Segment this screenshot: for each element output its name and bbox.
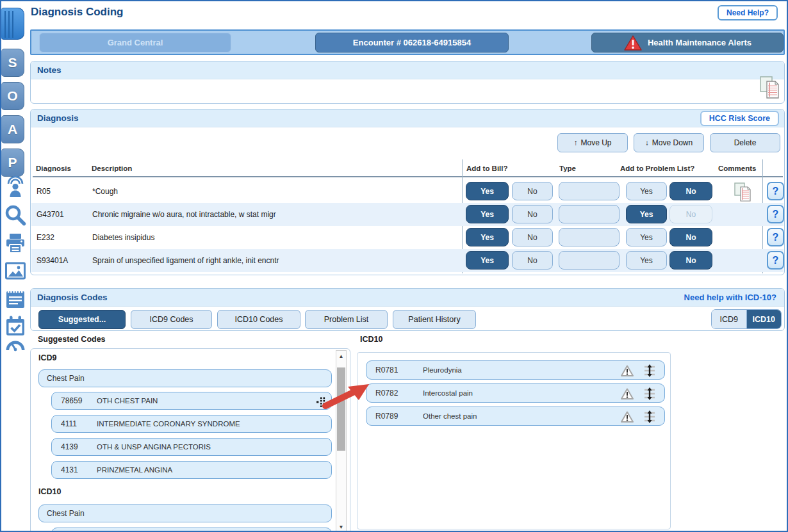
icd10-result-item[interactable]: R0789 Other chest pain <box>366 407 665 426</box>
diagnosis-codes-section: Diagnosis Codes Need help with ICD-10? S… <box>30 288 785 331</box>
drag-move-cursor-icon <box>316 397 326 409</box>
delete-button[interactable]: Delete <box>710 133 780 152</box>
code: 4139 <box>52 442 89 451</box>
reorder-icon[interactable] <box>643 387 657 402</box>
page-title: Diagnosis Coding <box>31 6 124 19</box>
diagnosis-codes-title: Diagnosis Codes <box>37 293 108 302</box>
print-icon[interactable] <box>3 231 28 255</box>
tab-problem-list[interactable]: Problem List <box>305 310 388 329</box>
add-to-bill-no-button[interactable]: No <box>512 251 553 270</box>
scrollbar-thumb[interactable] <box>337 367 345 451</box>
notes-header: Notes <box>31 61 784 79</box>
tab-icd9-codes[interactable]: ICD9 Codes <box>131 310 212 329</box>
search-icon[interactable] <box>3 203 28 227</box>
images-icon[interactable] <box>3 259 28 283</box>
add-to-bill-no-button[interactable]: No <box>512 182 553 200</box>
alert-triangle-icon <box>623 35 643 51</box>
add-to-bill-yes-button[interactable]: Yes <box>466 228 509 246</box>
row-help-button[interactable]: ? <box>767 228 784 246</box>
hcc-risk-score-button[interactable]: HCC Risk Score <box>700 111 779 126</box>
tab-patient-history[interactable]: Patient History <box>393 310 476 329</box>
need-help-button[interactable]: Need Help? <box>718 5 778 20</box>
add-to-bill-no-button[interactable]: No <box>512 205 553 223</box>
move-up-button[interactable]: ↑ Move Up <box>557 133 628 152</box>
reorder-icon[interactable] <box>643 410 657 425</box>
icd10-result-item[interactable]: R0782 Intercostal pain <box>366 383 665 403</box>
diagnosis-coding-page: S O A P <box>0 0 788 532</box>
type-field[interactable] <box>559 228 620 246</box>
icd10-result-item[interactable]: R0781 Pleurodynia <box>366 360 665 380</box>
sidebar-tab-plan[interactable]: P <box>1 149 24 177</box>
sidebar-tab-objective[interactable]: O <box>1 82 24 110</box>
add-to-bill-no-button[interactable]: No <box>512 228 553 246</box>
code-description: OTH & UNSP ANGINA PECTORIS <box>89 443 211 451</box>
sidebar-tab-assessment[interactable]: A <box>1 115 24 143</box>
icd10-panel-label: ICD10 <box>360 335 382 344</box>
icd9-category-chip[interactable]: Chest Pain <box>38 369 332 387</box>
notes-title: Notes <box>37 65 62 75</box>
row-help-button[interactable]: ? <box>767 182 784 200</box>
suggested-codes-label: Suggested Codes <box>38 335 106 344</box>
code-description: INTERMEDIATE CORONARY SYNDROME <box>89 420 240 428</box>
add-to-bill-yes-button[interactable]: Yes <box>466 205 509 223</box>
encounter-tabbar: Grand Central Encounter # 062618-6491585… <box>30 29 785 55</box>
toggle-icd10[interactable]: ICD10 <box>747 310 782 328</box>
warning-triangle-icon[interactable] <box>621 411 634 425</box>
problem-list-yes-button[interactable]: Yes <box>626 228 667 246</box>
code: 4111 <box>52 419 89 428</box>
toggle-icd9[interactable]: ICD9 <box>712 310 747 328</box>
reorder-icon[interactable] <box>643 364 657 379</box>
menu-tab-icon[interactable] <box>1 8 24 40</box>
sidebar-tab-subjective[interactable]: S <box>1 49 24 77</box>
diagnosis-code: E232 <box>37 233 54 242</box>
icd10-results-panel: R0781 Pleurodynia R <box>357 352 671 529</box>
type-field[interactable] <box>559 205 620 223</box>
comment-note-icon[interactable] <box>734 182 753 205</box>
code: 78659 <box>52 396 89 405</box>
problem-list-no-button: No <box>669 205 712 223</box>
dashboard-icon[interactable] <box>3 332 28 356</box>
tab-encounter[interactable]: Encounter # 062618-64915854 <box>315 33 509 52</box>
tab-suggested[interactable]: Suggested... <box>38 310 126 329</box>
suggested-code-item-partial[interactable] <box>51 528 332 532</box>
row-help-button[interactable]: ? <box>767 205 784 223</box>
icd10-help-link[interactable]: Need help with ICD-10? <box>684 293 776 302</box>
add-to-bill-yes-button[interactable]: Yes <box>466 182 509 200</box>
tab-health-maintenance-alerts[interactable]: Health Maintenance Alerts <box>591 33 784 52</box>
tab-grand-central[interactable]: Grand Central <box>39 33 231 52</box>
notes-icon[interactable] <box>3 286 28 310</box>
notes-section: Notes <box>30 61 785 104</box>
diagnosis-description: Diabetes insipidus <box>92 233 154 242</box>
move-down-button[interactable]: ↓ Move Down <box>634 133 704 152</box>
scrollbar[interactable]: ▲ ▼ <box>336 350 347 532</box>
add-to-bill-yes-button[interactable]: Yes <box>466 251 509 270</box>
type-field[interactable] <box>559 182 620 200</box>
scroll-down-icon[interactable]: ▼ <box>336 522 346 532</box>
dictation-icon[interactable] <box>3 175 28 200</box>
problem-list-yes-button[interactable]: Yes <box>626 205 667 223</box>
suggested-code-item[interactable]: 4131 PRINZMETAL ANGINA <box>51 461 332 479</box>
code: R0789 <box>366 412 415 421</box>
suggested-code-item[interactable]: 4111 INTERMEDIATE CORONARY SYNDROME <box>51 415 332 433</box>
problem-list-no-button[interactable]: No <box>669 228 712 246</box>
icd10-category-chip[interactable]: Chest Pain <box>38 504 332 522</box>
column-header-description: Description <box>92 165 132 172</box>
paste-note-icon[interactable] <box>759 75 780 102</box>
tab-icd10-codes[interactable]: ICD10 Codes <box>217 310 300 329</box>
type-field[interactable] <box>559 251 620 270</box>
column-header-comments: Comments <box>718 165 756 172</box>
column-header-add-to-problem-list: Add to Problem List? <box>620 165 694 172</box>
suggested-code-item[interactable]: 4139 OTH & UNSP ANGINA PECTORIS <box>51 438 332 456</box>
problem-list-no-button[interactable]: No <box>669 182 712 200</box>
diagnosis-section: Diagnosis HCC Risk Score ↑ Move Up ↓ Mov… <box>30 109 785 275</box>
suggested-code-item[interactable]: 78659 OTH CHEST PAIN <box>51 392 332 410</box>
diagnosis-description: *Cough <box>92 187 118 196</box>
row-help-button[interactable]: ? <box>767 251 784 270</box>
problem-list-yes-button[interactable]: Yes <box>626 182 667 200</box>
warning-triangle-icon[interactable] <box>621 388 634 402</box>
code-description: PRINZMETAL ANGINA <box>89 466 172 474</box>
problem-list-yes-button[interactable]: Yes <box>626 251 667 270</box>
warning-triangle-icon[interactable] <box>621 365 634 379</box>
scroll-up-icon[interactable]: ▲ <box>336 351 346 361</box>
problem-list-no-button[interactable]: No <box>669 251 712 270</box>
